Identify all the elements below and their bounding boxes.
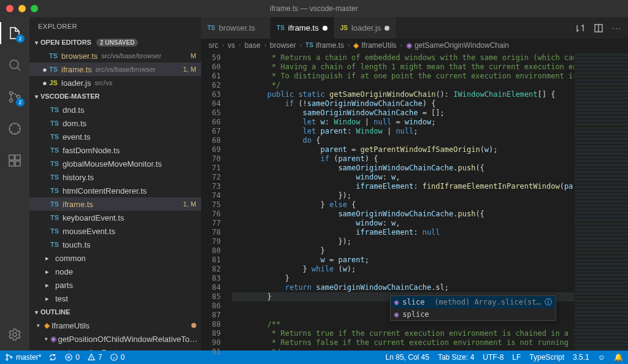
file-tree-item[interactable]: TSglobalMouseMoveMonitor.ts — [29, 157, 201, 170]
svg-point-4 — [9, 123, 20, 134]
status-errors[interactable]: 0 — [64, 353, 80, 362]
more-actions-icon[interactable]: ··· — [612, 24, 622, 32]
activity-explorer-icon[interactable]: 2 — [0, 22, 29, 44]
window-close-button[interactable] — [6, 5, 13, 12]
project-label: VSCODE-MASTER — [40, 93, 100, 100]
chevron-right-icon: › — [399, 42, 404, 48]
status-feedback-icon[interactable]: ☺ — [598, 353, 605, 362]
breadcrumb-item[interactable]: browser — [270, 41, 296, 50]
outline-label: OUTLINE — [40, 308, 70, 316]
open-editor-item[interactable]: ●JSloader.jssrc/vs — [29, 76, 201, 89]
status-language[interactable]: TypeScript — [529, 353, 564, 362]
folder-tree-item[interactable]: ▸common — [29, 251, 201, 265]
open-editors-label: OPEN EDITORS — [40, 39, 91, 46]
file-tree-item[interactable]: TSdnd.ts — [29, 103, 201, 116]
chevron-down-icon: ▾ — [43, 336, 49, 342]
svg-point-13 — [10, 357, 12, 358]
minimap[interactable] — [574, 52, 628, 351]
status-branch[interactable]: master* — [5, 353, 41, 362]
outline-marker — [191, 323, 196, 328]
chevron-right-icon: ▸ — [42, 254, 53, 262]
split-editor-icon[interactable] — [594, 23, 603, 33]
status-sync[interactable] — [48, 353, 57, 362]
activity-search-icon[interactable] — [0, 54, 29, 76]
symbol-icon: ◉ — [406, 41, 412, 50]
breadcrumb-item[interactable]: ◆ IframeUtils — [353, 41, 396, 50]
status-ts-version[interactable]: 3.5.1 — [573, 353, 589, 362]
svg-rect-5 — [9, 155, 14, 160]
sidebar-title: EXPLORER — [29, 17, 201, 36]
svg-point-9 — [13, 333, 17, 336]
compare-changes-icon[interactable] — [575, 23, 585, 33]
window-minimize-button[interactable] — [18, 5, 26, 12]
chevron-right-icon: › — [263, 42, 267, 48]
file-tree-item[interactable]: TSkeyboardEvent.ts — [29, 211, 201, 224]
breadcrumb-item[interactable]: TS iframe.ts — [305, 41, 344, 50]
suggestion-item[interactable]: ◉slice(method) Array.slice(st…ⓘ — [391, 296, 556, 308]
file-tree-item[interactable]: TShistory.ts — [29, 170, 201, 184]
breadcrumb-item[interactable]: base — [245, 41, 261, 50]
file-icon: TS — [49, 106, 60, 113]
status-cursor[interactable]: Ln 85, Col 45 — [386, 353, 429, 362]
chevron-down-icon: ▾ — [32, 39, 40, 46]
intellisense-popup[interactable]: ◉slice(method) Array.slice(st…ⓘ◉splice — [390, 295, 556, 321]
chevron-right-icon: › — [347, 42, 351, 48]
file-icon: TS — [49, 146, 60, 154]
window-maximize-button[interactable] — [31, 5, 38, 12]
breadcrumb-item[interactable]: vs — [228, 41, 235, 50]
status-bell-icon[interactable]: 🔔 — [614, 353, 623, 362]
editor-tab[interactable]: TSiframe.ts — [270, 17, 334, 39]
open-editor-item[interactable]: TSbrowser.tssrc/vs/base/browserM — [29, 49, 201, 63]
status-info[interactable]: 0 — [110, 353, 125, 362]
svg-point-1 — [10, 92, 13, 95]
open-editor-item[interactable]: ●TSiframe.tssrc/vs/base/browser1, M — [29, 63, 201, 76]
titlebar: iframe.ts — vscode-master — [0, 0, 628, 17]
svg-rect-8 — [15, 161, 20, 166]
editor-tab[interactable]: JSloader.js — [334, 17, 397, 39]
outline-item[interactable]: ▾◉getPositionOfChildWindowRelativeToAnce… — [29, 332, 201, 346]
chevron-right-icon: › — [299, 42, 303, 48]
project-header[interactable]: ▾ VSCODE-MASTER — [29, 89, 201, 103]
file-tree-item[interactable]: TShtmlContentRenderer.ts — [29, 184, 201, 197]
status-eol[interactable]: LF — [512, 353, 521, 362]
file-tree-item[interactable]: TSevent.ts — [29, 130, 201, 143]
symbol-icon: ◆ — [353, 41, 359, 50]
status-encoding[interactable]: UTF-8 — [483, 353, 504, 362]
activity-debug-icon[interactable] — [0, 118, 29, 140]
status-warnings[interactable]: 7 — [87, 353, 102, 362]
file-tree-item[interactable]: TSiframe.ts1, M — [29, 197, 201, 211]
file-tree-item[interactable]: TSmouseEvent.ts — [29, 224, 201, 238]
breadcrumb-item[interactable]: ◉ getSameOriginWindowChain — [406, 41, 509, 50]
breadcrumbs[interactable]: src›vs›base›browser›TS iframe.ts›◆ Ifram… — [201, 39, 628, 52]
file-icon: JS — [340, 25, 348, 31]
activity-scm-icon[interactable]: 2 — [0, 86, 29, 108]
outline-header[interactable]: ▾ OUTLINE — [29, 305, 201, 319]
chevron-down-icon: ▾ — [34, 322, 42, 328]
file-tree-item[interactable]: TSfastDomNode.ts — [29, 143, 201, 157]
suggestion-item[interactable]: ◉splice — [391, 308, 556, 320]
outline-item[interactable]: ▾◆IframeUtils — [29, 319, 201, 332]
scm-badge: 2 — [16, 98, 25, 107]
editor-tab[interactable]: TSbrowser.ts — [201, 17, 270, 39]
folder-tree-item[interactable]: ▸node — [29, 265, 201, 278]
activity-extensions-icon[interactable] — [0, 150, 29, 172]
chevron-right-icon: ▸ — [42, 268, 53, 276]
file-tree-item[interactable]: TStouch.ts — [29, 238, 201, 251]
file-tree-item[interactable]: TSdom.ts — [29, 116, 201, 130]
open-editors-header[interactable]: ▾ OPEN EDITORS 2 UNSAVED — [29, 36, 201, 49]
file-icon: TS — [49, 241, 60, 248]
file-icon: TS — [277, 25, 285, 31]
outline-item[interactable]: ▪boundingRect — [29, 346, 201, 351]
svg-rect-6 — [15, 155, 20, 160]
chevron-down-icon: ▾ — [32, 309, 40, 316]
folder-tree-item[interactable]: ▸parts — [29, 278, 201, 292]
chevron-right-icon: › — [221, 42, 225, 48]
info-icon[interactable]: ⓘ — [545, 297, 552, 308]
chevron-down-icon: ▾ — [32, 93, 40, 100]
file-icon: TS — [49, 119, 60, 127]
breadcrumb-item[interactable]: src — [209, 41, 218, 50]
folder-tree-item[interactable]: ▸test — [29, 292, 201, 305]
activity-settings-icon[interactable] — [0, 324, 29, 346]
status-tabsize[interactable]: Tab Size: 4 — [438, 353, 474, 362]
file-icon: TS — [48, 66, 59, 73]
